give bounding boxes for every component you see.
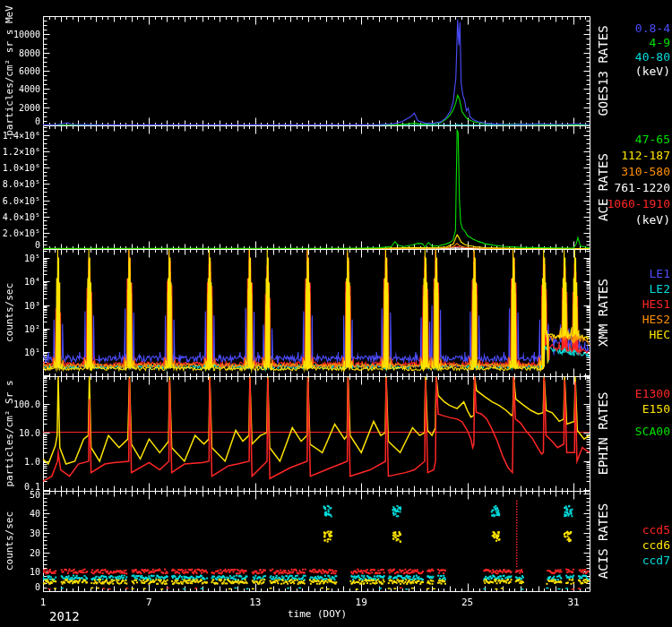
x-axis-title: time (DOY) — [288, 608, 347, 620]
y-tick-label: 10.0 — [19, 428, 40, 438]
y-tick-label: 8.0×10⁵ — [3, 179, 40, 189]
y-tick-label: 1.0×10⁶ — [3, 163, 40, 173]
legend-item: 40-80 — [635, 50, 670, 64]
legend-item: 112-187 — [621, 149, 670, 162]
legend-item: ccd5 — [642, 523, 670, 537]
y-tick-label: 1.4×10⁶ — [3, 130, 40, 140]
y-tick-label: 10000 — [13, 30, 40, 39]
y-tick-label: 40 — [30, 509, 40, 519]
legend-item: ccd7 — [642, 554, 670, 567]
legend-item: 761-1220 — [614, 181, 670, 194]
legend-item: SCA00 — [635, 425, 670, 438]
y-tick-label: 1.0 — [24, 456, 40, 466]
panel-title: EPHIN RATES — [596, 392, 610, 476]
legend-item: (keV) — [635, 64, 670, 78]
y-tick-label: 0 — [35, 582, 40, 592]
legend-item: ccd6 — [642, 538, 670, 552]
y-tick-label: 6.0×10⁵ — [3, 195, 40, 205]
legend-item: 4-9 — [650, 36, 670, 49]
y-tick-label: 20 — [30, 547, 40, 557]
y-tick-label: 4000 — [19, 84, 40, 94]
y-tick-label: 10¹ — [24, 348, 40, 357]
y-tick-label: 50 — [30, 490, 40, 500]
legend-item: 1060-1910 — [607, 197, 670, 210]
y-tick-label: 10² — [24, 323, 40, 333]
legend-item: (keV) — [635, 213, 670, 227]
legend-item: HES1 — [642, 297, 670, 311]
y-axis-title: particles/cm² sr s MeV — [4, 5, 15, 136]
x-tick-label: 7 — [146, 597, 152, 608]
legend-item: LE2 — [650, 282, 670, 296]
y-tick-label: 100.0 — [13, 399, 40, 409]
legend-item: 310-580 — [621, 165, 670, 178]
y-tick-label: 0 — [35, 116, 40, 126]
y-axis-title: counts/sec — [4, 283, 15, 342]
panel-title: XMM RATES — [596, 279, 610, 347]
y-tick-label: 8000 — [19, 47, 40, 57]
y-tick-label: 4.0×10⁵ — [3, 211, 40, 221]
legend-item: E150 — [642, 402, 670, 416]
x-tick-label: 31 — [567, 597, 579, 608]
year-label: 2012 — [49, 609, 80, 623]
y-axis-title: particles/cm² Sr s — [4, 380, 15, 486]
x-tick-label: 19 — [356, 597, 367, 608]
legend-item: 47-65 — [635, 133, 670, 146]
y-tick-label: 10 — [30, 567, 40, 577]
y-axis-title: counts/sec — [4, 511, 15, 571]
y-tick-label: 10³ — [24, 300, 40, 310]
panel-title: GOES13 RATES — [596, 25, 610, 116]
legend-item: HEC — [650, 328, 670, 341]
legend-item: 0.8-4 — [635, 21, 670, 35]
axis-labels-layer: 0200040006000800010000particles/cm² sr s… — [0, 0, 672, 627]
legend-item: LE1 — [650, 267, 670, 280]
panel-title: ACIS RATES — [596, 503, 610, 579]
y-tick-label: 30 — [30, 528, 40, 537]
y-tick-label: 2.0×10⁵ — [3, 228, 40, 237]
y-tick-label: 10⁴ — [24, 277, 40, 287]
x-tick-label: 13 — [249, 597, 261, 608]
multi-panel-radiation-plot: 0200040006000800010000particles/cm² sr s… — [0, 0, 672, 627]
y-tick-label: 10⁵ — [24, 253, 40, 262]
y-tick-label: 0 — [35, 240, 40, 250]
legend-item: HES2 — [642, 313, 670, 326]
y-tick-label: 6000 — [19, 66, 40, 76]
panel-title: ACE RATES — [596, 153, 610, 221]
x-tick-label: 25 — [461, 597, 473, 608]
x-tick-label: 1 — [40, 597, 47, 608]
y-tick-label: 2000 — [19, 102, 40, 112]
legend-item: E1300 — [635, 387, 670, 400]
y-tick-label: 1.2×10⁶ — [3, 147, 40, 157]
